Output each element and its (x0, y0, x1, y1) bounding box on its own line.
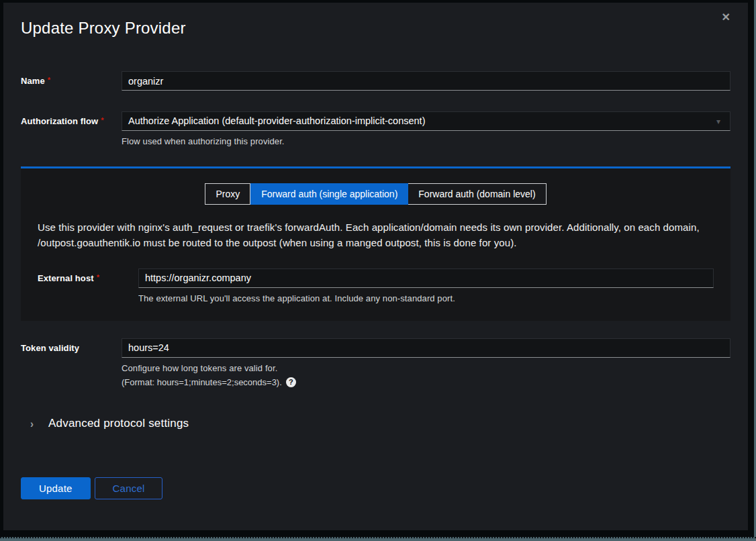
mode-toggle-group: Proxy Forward auth (single application) … (38, 183, 714, 205)
external-host-input[interactable] (138, 268, 714, 288)
token-validity-row: Token validity Configure how long tokens… (21, 338, 730, 387)
authorization-flow-row: Authorization flow* Authorize Applicatio… (21, 111, 730, 146)
token-validity-format-text: (Format: hours=1;minutes=2;seconds=3). (122, 377, 282, 387)
required-asterisk: * (48, 76, 50, 84)
modal-footer: Update Cancel (3, 477, 748, 499)
cancel-button[interactable]: Cancel (95, 477, 163, 499)
authorization-flow-selected-value: Authorize Application (default-provider-… (128, 115, 425, 126)
provider-form: Name* Authorization flow* Authorize Appl… (3, 71, 748, 430)
name-field-row: Name* (21, 71, 730, 91)
token-validity-help-1: Configure how long tokens are valid for. (122, 363, 730, 373)
token-validity-help-2: (Format: hours=1;minutes=2;seconds=3). ? (122, 377, 730, 387)
modal-header: Update Proxy Provider ✕ (3, 3, 748, 38)
authorization-flow-field-wrap: Authorize Application (default-provider-… (122, 111, 730, 146)
update-proxy-provider-dialog: Update Proxy Provider ✕ Name* Authorizat… (3, 3, 748, 530)
window-frame-bottom-edge (0, 537, 756, 541)
token-validity-input[interactable] (122, 338, 730, 358)
required-asterisk: * (101, 116, 103, 124)
name-label-text: Name (21, 76, 45, 86)
screen-frame: Update Proxy Provider ✕ Name* Authorizat… (0, 0, 756, 541)
external-host-label: External host* (38, 268, 138, 283)
help-circle-icon[interactable]: ? (286, 377, 296, 387)
authorization-flow-help: Flow used when authorizing this provider… (122, 136, 730, 146)
external-host-label-text: External host (38, 273, 94, 283)
external-host-field-wrap: The external URL you'll access the appli… (138, 268, 714, 303)
chevron-down-icon: ▾ (716, 117, 720, 126)
advanced-settings-toggle[interactable]: › Advanced protocol settings (30, 417, 189, 430)
name-input[interactable] (122, 71, 730, 91)
advanced-settings-label: Advanced protocol settings (48, 417, 189, 430)
proxy-mode-card: Proxy Forward auth (single application) … (21, 166, 730, 321)
mode-description: Use this provider with nginx's auth_requ… (38, 219, 714, 251)
authorization-flow-label-text: Authorization flow (21, 116, 98, 126)
tab-forward-auth-domain[interactable]: Forward auth (domain level) (408, 183, 546, 205)
token-validity-label: Token validity (21, 338, 122, 353)
authorization-flow-label: Authorization flow* (21, 111, 122, 126)
close-icon[interactable]: ✕ (718, 8, 735, 27)
modal-title: Update Proxy Provider (21, 19, 730, 38)
tab-forward-auth-single[interactable]: Forward auth (single application) (250, 183, 408, 205)
external-host-help: The external URL you'll access the appli… (138, 293, 714, 303)
authorization-flow-select[interactable]: Authorize Application (default-provider-… (122, 111, 730, 131)
required-asterisk: * (97, 273, 99, 281)
chevron-right-icon: › (30, 417, 34, 430)
update-button[interactable]: Update (21, 477, 91, 499)
name-label: Name* (21, 71, 122, 86)
tab-proxy[interactable]: Proxy (205, 183, 250, 205)
name-field-wrap (122, 71, 730, 91)
external-host-row: External host* The external URL you'll a… (38, 268, 714, 303)
token-validity-field-wrap: Configure how long tokens are valid for.… (122, 338, 730, 387)
